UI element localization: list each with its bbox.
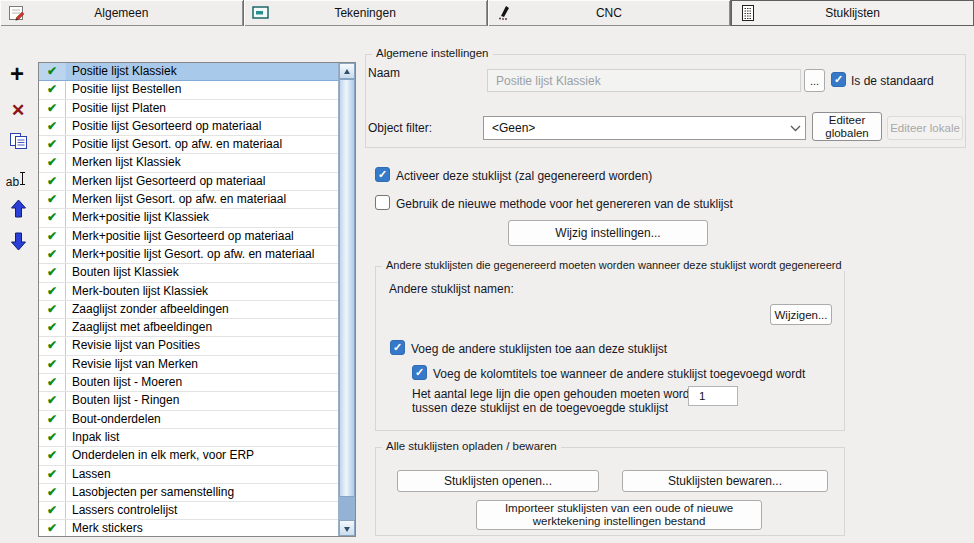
tab-bar: Algemeen Tekeningen CNC: [0, 0, 974, 26]
import-lists-button[interactable]: Importeer stuklijsten van een oude of ni…: [476, 500, 762, 530]
empty-lines-label-line2: tussen deze stuklijst en de toegevoegde …: [412, 401, 668, 415]
list-item[interactable]: ✔Merken lijst Gesorteerd op materiaal: [39, 173, 338, 191]
move-up-button[interactable]: [5, 199, 31, 222]
list-item[interactable]: ✔Inpak list: [39, 429, 338, 447]
list-item[interactable]: ✔Positie lijst Platen: [39, 100, 338, 118]
checkmark-icon: ✔: [39, 374, 66, 391]
tab-stuklijsten[interactable]: Stuklijsten: [731, 0, 974, 26]
list-item-label: Zaaglijst met afbeeldingen: [66, 319, 338, 336]
group-title: Alle stuklijsten opladen / bewaren: [382, 440, 561, 452]
scrollbar-thumb[interactable]: [339, 79, 355, 497]
list-item[interactable]: ✔Merken lijst Gesort. op afw. en materia…: [39, 191, 338, 209]
tab-tekeningen[interactable]: Tekeningen: [244, 0, 488, 26]
list-item[interactable]: ✔Positie lijst Klassiek: [39, 63, 338, 81]
is-default-label: Is de standaard: [851, 74, 934, 88]
append-lists-checkbox[interactable]: [390, 340, 405, 355]
drawing-icon: [252, 4, 270, 22]
edit-global-button[interactable]: Editeer globalen: [812, 112, 882, 141]
list-item[interactable]: ✔Lasobjecten per samenstelling: [39, 484, 338, 502]
list-item[interactable]: ✔Merken lijst Klassiek: [39, 154, 338, 172]
list-item-label: Bout-onderdelen: [66, 411, 338, 428]
list-scrollbar[interactable]: [338, 63, 355, 536]
list-item-label: Revisie lijst van Merken: [66, 356, 338, 373]
checkmark-icon: ✔: [39, 209, 66, 226]
list-item[interactable]: ✔Lassers controlelijst: [39, 502, 338, 520]
list-item[interactable]: ✔Merk+positie lijst Klassiek: [39, 209, 338, 227]
column-titles-checkbox[interactable]: [412, 365, 427, 380]
list-item[interactable]: ✔Merk+positie lijst Gesorteerd op materi…: [39, 228, 338, 246]
list-item[interactable]: ✔Zaaglijst zonder afbeeldingen: [39, 301, 338, 319]
list-item[interactable]: ✔Onderdelen in elk merk, voor ERP: [39, 447, 338, 465]
activate-label: Activeer deze stuklijst (zal gegenereerd…: [396, 169, 652, 183]
list-item[interactable]: ✔Positie lijst Bestellen: [39, 81, 338, 99]
tab-cnc[interactable]: CNC: [488, 0, 732, 26]
list-item-label: Positie lijst Bestellen: [66, 81, 338, 98]
browse-button[interactable]: ...: [804, 69, 825, 92]
list-item[interactable]: ✔Bouten lijst - Moeren: [39, 374, 338, 392]
activate-checkbox[interactable]: [375, 167, 390, 182]
list-item-label: Bouten lijst Klassiek: [66, 264, 338, 281]
edit-settings-button[interactable]: Wijzig instellingen...: [508, 220, 708, 246]
list-item-label: Onderdelen in elk merk, voor ERP: [66, 447, 338, 464]
list-item[interactable]: ✔Merk stickers: [39, 520, 338, 536]
save-lists-button[interactable]: Stuklijsten bewaren...: [622, 470, 828, 492]
object-filter-label: Object filter:: [368, 121, 432, 135]
is-default-checkbox[interactable]: [831, 72, 846, 87]
tab-label: CNC: [488, 6, 731, 20]
checkmark-icon: ✔: [39, 173, 66, 190]
list-item[interactable]: ✔Merk+positie lijst Gesort. op afw. en m…: [39, 246, 338, 264]
stuklijsten-list: ✔Positie lijst Klassiek✔Positie lijst Be…: [38, 62, 356, 537]
list-item[interactable]: ✔Revisie lijst van Posities: [39, 337, 338, 355]
name-label: Naam: [368, 66, 400, 80]
selected-filter: <Geen>: [484, 121, 785, 135]
checkmark-icon: ✔: [39, 154, 66, 171]
list-rows: ✔Positie lijst Klassiek✔Positie lijst Be…: [39, 63, 338, 536]
append-lists-label: Voeg de andere stuklijsten toe aan deze …: [411, 342, 667, 356]
rename-item-button[interactable]: ab: [3, 171, 29, 189]
edit-local-button[interactable]: Editeer lokale: [887, 116, 963, 140]
tab-algemeen[interactable]: Algemeen: [0, 0, 244, 26]
list-item[interactable]: ✔Bouten lijst - Ringen: [39, 392, 338, 410]
new-method-checkbox[interactable]: [375, 195, 390, 210]
arrow-down-icon: [10, 240, 27, 254]
list-item[interactable]: ✔Merk-bouten lijst Klassiek: [39, 283, 338, 301]
tab-label: Stuklijsten: [731, 6, 974, 20]
name-input[interactable]: [487, 69, 801, 92]
arrow-up-icon: [10, 208, 27, 222]
list-item[interactable]: ✔Bouten lijst Klassiek: [39, 264, 338, 282]
copy-item-button[interactable]: [5, 133, 31, 153]
checkmark-icon: ✔: [39, 466, 66, 483]
chevron-down-icon: [785, 121, 805, 135]
list-item[interactable]: ✔Lassen: [39, 466, 338, 484]
open-lists-button[interactable]: Stuklijsten openen...: [397, 470, 599, 492]
checkmark-icon: ✔: [39, 118, 66, 135]
ibeam-icon: [19, 175, 26, 189]
group-title: Andere stuklijsten die gegenereerd moete…: [382, 259, 846, 271]
delete-item-button[interactable]: ✕: [5, 101, 31, 121]
object-filter-select[interactable]: <Geen>: [483, 116, 806, 140]
list-item-label: Positie lijst Klassiek: [66, 63, 338, 80]
list-item[interactable]: ✔Revisie lijst van Merken: [39, 356, 338, 374]
list-item-label: Merken lijst Klassiek: [66, 154, 338, 171]
edit-global-line1: Editeer: [829, 114, 865, 127]
checkmark-icon: ✔: [39, 411, 66, 428]
list-item[interactable]: ✔Positie lijst Gesorteerd op materiaal: [39, 118, 338, 136]
checkmark-icon: ✔: [39, 319, 66, 336]
tab-label: Algemeen: [0, 6, 243, 20]
list-item-label: Inpak list: [66, 429, 338, 446]
scroll-down-button[interactable]: [339, 520, 355, 536]
column-titles-label: Voeg de kolomtitels toe wanneer de ander…: [433, 367, 805, 381]
empty-lines-input[interactable]: [688, 386, 738, 406]
checkmark-icon: ✔: [39, 392, 66, 409]
change-button[interactable]: Wijzigen...: [770, 304, 832, 325]
move-down-button[interactable]: [5, 231, 31, 254]
list-item[interactable]: ✔Zaaglijst met afbeeldingen: [39, 319, 338, 337]
checkmark-icon: ✔: [39, 136, 66, 153]
scroll-up-button[interactable]: [339, 63, 355, 79]
list-item[interactable]: ✔Positie lijst Gesort. op afw. en materi…: [39, 136, 338, 154]
checkmark-icon: ✔: [39, 301, 66, 318]
list-item-label: Merk+positie lijst Gesort. op afw. en ma…: [66, 246, 338, 263]
list-item[interactable]: ✔Bout-onderdelen: [39, 411, 338, 429]
list-item-label: Merk stickers: [66, 520, 338, 536]
add-item-button[interactable]: +: [4, 62, 30, 86]
